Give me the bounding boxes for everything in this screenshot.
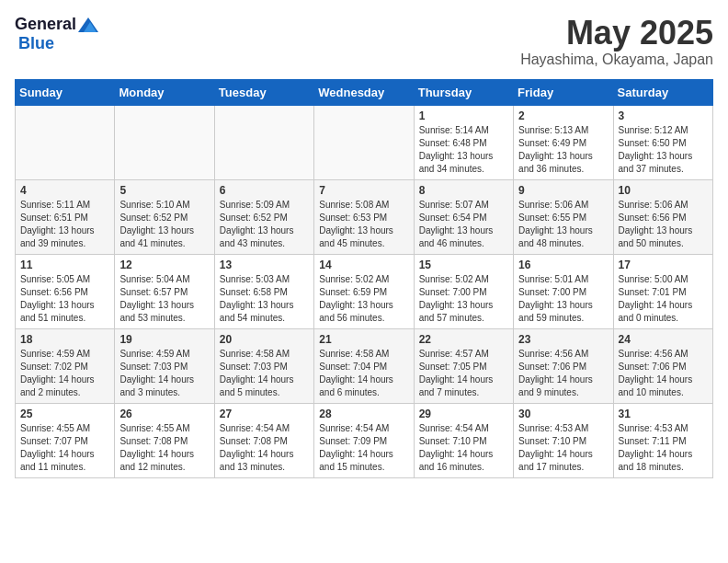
day-info: Sunrise: 4:58 AM Sunset: 7:03 PM Dayligh… xyxy=(220,348,309,399)
day-number: 18 xyxy=(20,333,109,346)
day-number: 9 xyxy=(518,184,608,197)
day-info: Sunrise: 5:08 AM Sunset: 6:53 PM Dayligh… xyxy=(319,199,408,250)
weekday-header-thursday: Thursday xyxy=(414,79,513,105)
location: Hayashima, Okayama, Japan xyxy=(520,52,713,68)
day-number: 11 xyxy=(20,259,109,271)
logo-blue: Blue xyxy=(18,34,54,52)
day-info: Sunrise: 5:00 AM Sunset: 7:01 PM Dayligh… xyxy=(619,273,708,325)
day-info: Sunrise: 5:06 AM Sunset: 6:56 PM Dayligh… xyxy=(619,199,708,250)
day-cell: 15Sunrise: 5:02 AM Sunset: 7:00 PM Dayli… xyxy=(414,254,513,328)
weekday-header-tuesday: Tuesday xyxy=(214,79,313,105)
day-info: Sunrise: 5:07 AM Sunset: 6:54 PM Dayligh… xyxy=(419,199,508,250)
day-cell: 11Sunrise: 5:05 AM Sunset: 6:56 PM Dayli… xyxy=(16,254,115,328)
day-number: 6 xyxy=(220,184,309,197)
day-number: 7 xyxy=(319,184,408,197)
day-cell: 25Sunrise: 4:55 AM Sunset: 7:07 PM Dayli… xyxy=(16,403,115,477)
day-info: Sunrise: 5:14 AM Sunset: 6:48 PM Dayligh… xyxy=(419,124,508,176)
day-info: Sunrise: 4:57 AM Sunset: 7:05 PM Dayligh… xyxy=(419,348,508,399)
day-cell: 14Sunrise: 5:02 AM Sunset: 6:59 PM Dayli… xyxy=(314,254,414,328)
day-cell: 12Sunrise: 5:04 AM Sunset: 6:57 PM Dayli… xyxy=(115,254,214,328)
logo-general: General xyxy=(15,15,76,34)
day-info: Sunrise: 5:02 AM Sunset: 7:00 PM Dayligh… xyxy=(419,273,508,325)
day-info: Sunrise: 5:05 AM Sunset: 6:56 PM Dayligh… xyxy=(20,273,109,325)
day-number: 4 xyxy=(20,184,109,197)
day-info: Sunrise: 5:06 AM Sunset: 6:55 PM Dayligh… xyxy=(518,199,608,250)
day-cell: 13Sunrise: 5:03 AM Sunset: 6:58 PM Dayli… xyxy=(214,254,313,328)
day-info: Sunrise: 4:56 AM Sunset: 7:06 PM Dayligh… xyxy=(619,348,708,399)
day-number: 8 xyxy=(419,184,508,197)
day-cell: 3Sunrise: 5:12 AM Sunset: 6:50 PM Daylig… xyxy=(613,105,712,179)
page-header: General Blue May 2025 Hayashima, Okayama… xyxy=(15,15,713,68)
day-number: 30 xyxy=(518,408,608,420)
day-cell: 8Sunrise: 5:07 AM Sunset: 6:54 PM Daylig… xyxy=(414,179,513,254)
day-info: Sunrise: 4:55 AM Sunset: 7:07 PM Dayligh… xyxy=(20,422,109,474)
week-row-3: 11Sunrise: 5:05 AM Sunset: 6:56 PM Dayli… xyxy=(16,254,713,328)
day-info: Sunrise: 4:54 AM Sunset: 7:10 PM Dayligh… xyxy=(419,422,508,474)
day-cell: 18Sunrise: 4:59 AM Sunset: 7:02 PM Dayli… xyxy=(16,328,115,403)
logo: General Blue xyxy=(15,15,98,53)
day-info: Sunrise: 5:10 AM Sunset: 6:52 PM Dayligh… xyxy=(119,199,209,250)
day-number: 26 xyxy=(119,408,209,420)
day-number: 13 xyxy=(220,259,309,271)
day-info: Sunrise: 4:53 AM Sunset: 7:11 PM Dayligh… xyxy=(619,422,708,474)
day-cell: 5Sunrise: 5:10 AM Sunset: 6:52 PM Daylig… xyxy=(115,179,214,254)
week-row-2: 4Sunrise: 5:11 AM Sunset: 6:51 PM Daylig… xyxy=(16,179,713,254)
day-cell: 9Sunrise: 5:06 AM Sunset: 6:55 PM Daylig… xyxy=(514,179,613,254)
day-info: Sunrise: 4:54 AM Sunset: 7:09 PM Dayligh… xyxy=(319,422,408,474)
day-cell: 23Sunrise: 4:56 AM Sunset: 7:06 PM Dayli… xyxy=(514,328,613,403)
day-info: Sunrise: 5:12 AM Sunset: 6:50 PM Dayligh… xyxy=(619,124,708,176)
day-number: 22 xyxy=(419,333,508,346)
day-number: 23 xyxy=(518,333,608,346)
day-number: 21 xyxy=(319,333,408,346)
day-info: Sunrise: 4:55 AM Sunset: 7:08 PM Dayligh… xyxy=(119,422,209,474)
weekday-header-saturday: Saturday xyxy=(613,79,712,105)
day-cell: 7Sunrise: 5:08 AM Sunset: 6:53 PM Daylig… xyxy=(314,179,414,254)
day-info: Sunrise: 5:13 AM Sunset: 6:49 PM Dayligh… xyxy=(518,124,608,176)
title-block: May 2025 Hayashima, Okayama, Japan xyxy=(520,15,713,68)
day-info: Sunrise: 5:02 AM Sunset: 6:59 PM Dayligh… xyxy=(319,273,408,325)
day-cell: 16Sunrise: 5:01 AM Sunset: 7:00 PM Dayli… xyxy=(514,254,613,328)
day-cell: 10Sunrise: 5:06 AM Sunset: 6:56 PM Dayli… xyxy=(613,179,712,254)
day-info: Sunrise: 4:56 AM Sunset: 7:06 PM Dayligh… xyxy=(518,348,608,399)
week-row-1: 1Sunrise: 5:14 AM Sunset: 6:48 PM Daylig… xyxy=(16,105,713,179)
day-cell: 29Sunrise: 4:54 AM Sunset: 7:10 PM Dayli… xyxy=(414,403,513,477)
logo-icon xyxy=(78,17,98,32)
day-info: Sunrise: 4:53 AM Sunset: 7:10 PM Dayligh… xyxy=(518,422,608,474)
day-info: Sunrise: 5:11 AM Sunset: 6:51 PM Dayligh… xyxy=(20,199,109,250)
day-cell: 6Sunrise: 5:09 AM Sunset: 6:52 PM Daylig… xyxy=(214,179,313,254)
day-cell: 17Sunrise: 5:00 AM Sunset: 7:01 PM Dayli… xyxy=(613,254,712,328)
day-cell: 28Sunrise: 4:54 AM Sunset: 7:09 PM Dayli… xyxy=(314,403,414,477)
day-cell: 24Sunrise: 4:56 AM Sunset: 7:06 PM Dayli… xyxy=(613,328,712,403)
day-cell: 21Sunrise: 4:58 AM Sunset: 7:04 PM Dayli… xyxy=(314,328,414,403)
month-title: May 2025 xyxy=(520,15,713,52)
day-info: Sunrise: 5:01 AM Sunset: 7:00 PM Dayligh… xyxy=(518,273,608,325)
day-cell: 4Sunrise: 5:11 AM Sunset: 6:51 PM Daylig… xyxy=(16,179,115,254)
day-info: Sunrise: 5:04 AM Sunset: 6:57 PM Dayligh… xyxy=(119,273,209,325)
day-cell xyxy=(214,105,313,179)
day-cell: 1Sunrise: 5:14 AM Sunset: 6:48 PM Daylig… xyxy=(414,105,513,179)
week-row-5: 25Sunrise: 4:55 AM Sunset: 7:07 PM Dayli… xyxy=(16,403,713,477)
day-number: 5 xyxy=(119,184,209,197)
day-number: 29 xyxy=(419,408,508,420)
day-number: 10 xyxy=(619,184,708,197)
day-cell: 2Sunrise: 5:13 AM Sunset: 6:49 PM Daylig… xyxy=(514,105,613,179)
day-cell: 26Sunrise: 4:55 AM Sunset: 7:08 PM Dayli… xyxy=(115,403,214,477)
day-number: 27 xyxy=(220,408,309,420)
weekday-header-friday: Friday xyxy=(514,79,613,105)
day-cell xyxy=(314,105,414,179)
day-info: Sunrise: 4:59 AM Sunset: 7:02 PM Dayligh… xyxy=(20,348,109,399)
calendar: SundayMondayTuesdayWednesdayThursdayFrid… xyxy=(15,79,713,478)
day-cell: 31Sunrise: 4:53 AM Sunset: 7:11 PM Dayli… xyxy=(613,403,712,477)
day-info: Sunrise: 5:03 AM Sunset: 6:58 PM Dayligh… xyxy=(220,273,309,325)
day-number: 31 xyxy=(619,408,708,420)
day-number: 2 xyxy=(518,109,608,122)
day-number: 28 xyxy=(319,408,408,420)
day-number: 1 xyxy=(419,109,508,122)
weekday-header-row: SundayMondayTuesdayWednesdayThursdayFrid… xyxy=(16,79,713,105)
day-number: 15 xyxy=(419,259,508,271)
day-number: 16 xyxy=(518,259,608,271)
day-cell: 22Sunrise: 4:57 AM Sunset: 7:05 PM Dayli… xyxy=(414,328,513,403)
day-info: Sunrise: 4:59 AM Sunset: 7:03 PM Dayligh… xyxy=(119,348,209,399)
day-number: 12 xyxy=(119,259,209,271)
day-info: Sunrise: 4:54 AM Sunset: 7:08 PM Dayligh… xyxy=(220,422,309,474)
